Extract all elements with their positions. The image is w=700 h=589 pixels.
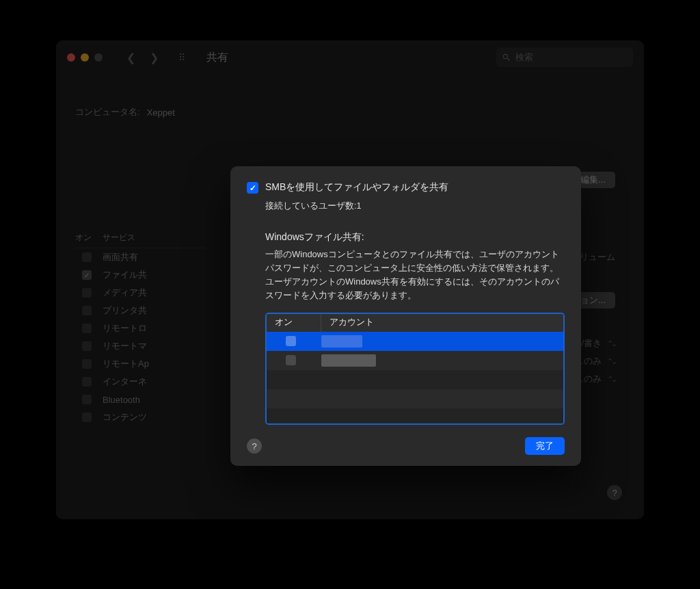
connected-users: 接続しているユーザ数:1	[265, 200, 565, 212]
help-icon[interactable]: ?	[247, 439, 262, 454]
accounts-col-on: オン	[267, 314, 321, 332]
winshare-heading: Windowsファイル共有:	[265, 231, 565, 244]
smb-options-sheet: SMBを使用してファイルやフォルダを共有 接続しているユーザ数:1 Window…	[230, 166, 581, 466]
table-row[interactable]	[267, 332, 563, 351]
done-button[interactable]: 完了	[525, 437, 565, 455]
table-row	[267, 389, 563, 408]
accounts-col-account: アカウント	[321, 314, 563, 332]
table-row	[267, 408, 563, 425]
smb-enable-label: SMBを使用してファイルやフォルダを共有	[265, 181, 448, 194]
sharing-prefpane-window: ❮ ❯ ⠿ 共有 検索 コンピュータ名: Xeppet 編集... オン サービ…	[56, 40, 644, 519]
winshare-description: 一部のWindowsコンピュータとのファイル共有では、ユーザのアカウントパスワー…	[265, 248, 565, 303]
table-row[interactable]	[267, 351, 563, 370]
accounts-table[interactable]: オン アカウント	[265, 313, 565, 425]
table-row	[267, 370, 563, 389]
smb-enable-checkbox[interactable]	[247, 182, 258, 194]
